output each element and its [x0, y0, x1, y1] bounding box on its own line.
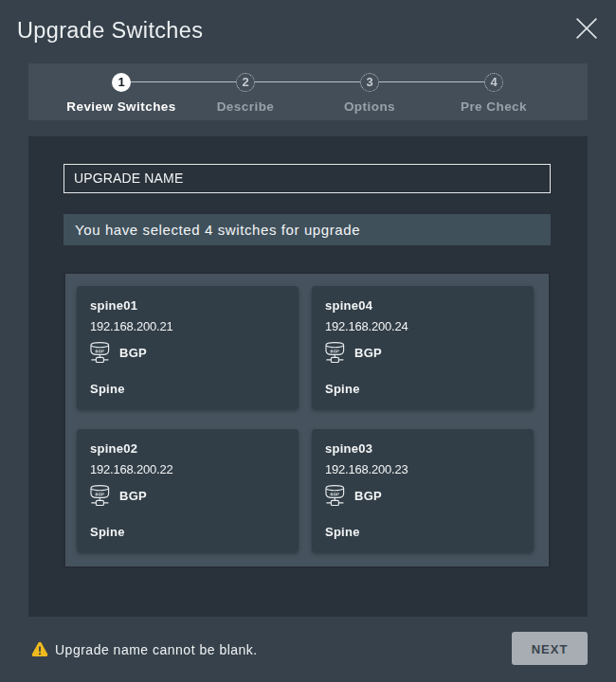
svg-text:BGP: BGP: [331, 492, 340, 496]
svg-text:BGP: BGP: [96, 349, 105, 353]
svg-text:BGP: BGP: [331, 349, 340, 353]
svg-text:BGP: BGP: [96, 492, 105, 496]
